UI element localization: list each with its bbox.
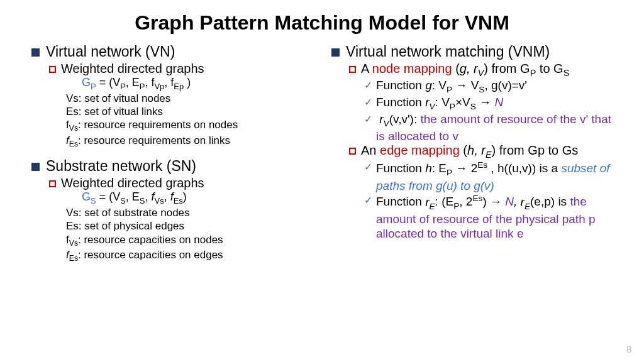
sn-formula: GS = (VS, ES, fVs, fEs): [82, 190, 313, 206]
hollow-square-bullet-icon: [49, 180, 56, 187]
sn-heading: Substrate network (SN): [31, 158, 313, 175]
slide: Graph Pattern Matching Model for VNM Vir…: [0, 0, 644, 264]
vn-subheading: Weighted directed graphs: [49, 62, 313, 76]
vnm-heading-text: Virtual network matching (VNM): [346, 43, 550, 60]
function-re-line: ✓ Function rE: (EP, 2Es) → N, rE(e,p) is…: [364, 193, 613, 241]
hollow-square-bullet-icon: [349, 148, 356, 155]
sn-def-vs: Vs: set of substrate nodes: [66, 206, 313, 219]
check-icon: ✓: [364, 79, 372, 92]
function-re-text: Function rE: (EP, 2Es) → N, rE(e,p) is t…: [376, 193, 613, 241]
vn-sub-text: Weighted directed graphs: [61, 62, 204, 76]
vn-formula: GP = (VP, EP, fVp, fEp ): [82, 76, 313, 91]
vn-heading-text: Virtual network (VN): [46, 43, 175, 60]
node-mapping-line: A node mapping (g, rV) from GP to GS: [349, 62, 613, 78]
node-mapping-text: A node mapping (g, rV) from GP to GS: [361, 62, 569, 78]
check-icon: ✓: [364, 161, 372, 173]
function-g-text: Function g: VP → VS, g(v)=v': [376, 78, 527, 95]
slide-title: Graph Pattern Matching Model for VNM: [31, 11, 613, 35]
sn-def-fvs: fVs: resource capacities on nodes: [66, 233, 313, 249]
left-column: Virtual network (VN) Weighted directed g…: [31, 43, 313, 264]
check-icon: ✓: [364, 96, 372, 109]
sn-subheading: Weighted directed graphs: [49, 176, 313, 190]
square-bullet-icon: [31, 163, 40, 171]
square-bullet-icon: [31, 48, 40, 57]
sn-def-fes: fEs: resource capacities on edges: [66, 248, 313, 264]
vn-def-fvs: fVs: resource requirements on nodes: [66, 118, 313, 134]
vn-definitions: Vs: set of vitual nodes Es: set of vitua…: [66, 92, 313, 150]
hollow-square-bullet-icon: [49, 66, 56, 73]
function-h-text: Function h: EP → 2Es , h((u,v)) is a sub…: [376, 160, 613, 193]
check-icon: ✓: [364, 113, 372, 126]
vn-def-fes: fEs: resource requirements on links: [66, 134, 313, 150]
square-bullet-icon: [331, 48, 340, 57]
rv-description-text: rV(v,v'): the amount of resource of the …: [376, 112, 613, 144]
hollow-square-bullet-icon: [349, 66, 356, 73]
vn-def-vs: Vs: set of vitual nodes: [66, 92, 313, 105]
edge-mapping-line: An edge mapping (h, rE) from Gp to Gs: [349, 143, 613, 160]
right-column: Virtual network matching (VNM) A node ma…: [331, 43, 613, 264]
sn-definitions: Vs: set of substrate nodes Es: set of ph…: [66, 206, 313, 264]
content-columns: Virtual network (VN) Weighted directed g…: [31, 43, 613, 264]
sn-def-es: Es: set of physical edges: [66, 219, 313, 233]
function-h-line: ✓ Function h: EP → 2Es , h((u,v)) is a s…: [364, 160, 613, 193]
vnm-heading: Virtual network matching (VNM): [331, 43, 613, 60]
vn-def-es: Es: set of vitual links: [66, 105, 313, 118]
sn-sub-text: Weighted directed graphs: [61, 176, 204, 190]
vn-heading: Virtual network (VN): [31, 43, 313, 60]
function-rv-text: Function rV: VP×VS → N: [376, 95, 503, 112]
page-number: 8: [626, 344, 631, 354]
function-rv-line: ✓ Function rV: VP×VS → N: [364, 95, 613, 112]
rv-description-line: ✓ rV(v,v'): the amount of resource of th…: [364, 112, 613, 144]
function-g-line: ✓ Function g: VP → VS, g(v)=v': [364, 78, 613, 95]
edge-mapping-text: An edge mapping (h, rE) from Gp to Gs: [361, 143, 578, 160]
check-icon: ✓: [364, 194, 372, 207]
sn-heading-text: Substrate network (SN): [46, 158, 196, 175]
